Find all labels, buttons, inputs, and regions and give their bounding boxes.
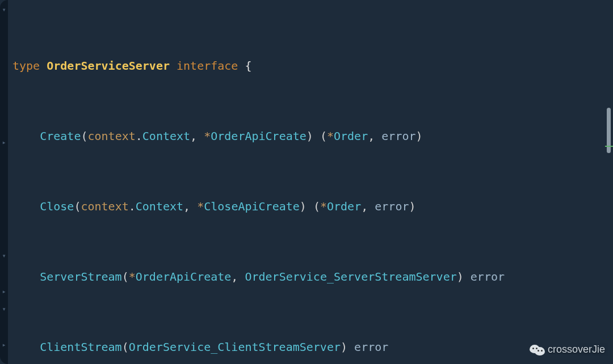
fold-marker-icon[interactable]: ▾ <box>1 306 7 312</box>
star: * <box>204 129 211 143</box>
code-line[interactable]: Create(context.Context, *OrderApiCreate)… <box>10 128 613 145</box>
star: * <box>320 200 327 213</box>
type: Context <box>142 129 190 143</box>
method: Close <box>40 200 74 213</box>
method: ClientStream <box>40 340 122 354</box>
type: error <box>354 340 388 354</box>
type: OrderApiCreate <box>136 270 232 283</box>
type-name: OrderServiceServer <box>47 59 170 73</box>
caret-overview-mark <box>605 146 613 147</box>
fold-marker-icon[interactable]: ▾ <box>1 253 7 259</box>
fold-marker-icon[interactable]: ▸ <box>1 289 7 294</box>
fold-marker-icon[interactable]: ▸ <box>1 342 7 348</box>
code-editor[interactable]: ▾ ▸ ▾ ▸ ▾ ▸ type OrderServiceServer inte… <box>0 0 613 364</box>
type: OrderService_ClientStreamServer <box>129 340 341 354</box>
watermark-text: crossoverJie <box>548 341 605 358</box>
type: error <box>375 200 409 213</box>
type: OrderApiCreate <box>211 129 306 143</box>
method: ServerStream <box>40 270 122 283</box>
type: CloseApiCreate <box>204 200 300 213</box>
code-line[interactable]: ClientStream(OrderService_ClientStreamSe… <box>10 338 613 356</box>
type: Order <box>334 129 368 143</box>
method: Create <box>40 129 81 143</box>
watermark: crossoverJie <box>530 341 605 358</box>
star: * <box>327 129 334 143</box>
package: context <box>81 200 128 213</box>
type: error <box>381 129 415 143</box>
code-line[interactable]: Close(context.Context, *CloseApiCreate) … <box>10 198 613 215</box>
fold-marker-icon[interactable]: ▸ <box>1 139 7 145</box>
type: Order <box>327 200 361 213</box>
keyword: interface <box>177 59 238 73</box>
star: * <box>197 200 204 213</box>
code-area[interactable]: type OrderServiceServer interface { Crea… <box>8 0 613 364</box>
code-line[interactable]: ServerStream(*OrderApiCreate, OrderServi… <box>10 268 613 286</box>
package: context <box>87 129 135 143</box>
type: Context <box>136 200 183 213</box>
star: * <box>129 270 136 283</box>
type: error <box>471 270 505 283</box>
code-line[interactable]: type OrderServiceServer interface { <box>10 57 613 75</box>
wechat-icon <box>530 344 544 356</box>
type: OrderService_ServerStreamServer <box>245 270 456 283</box>
brace: { <box>245 59 251 73</box>
fold-marker-icon[interactable]: ▾ <box>1 7 7 12</box>
keyword: type <box>12 59 40 73</box>
gutter: ▾ ▸ ▾ ▸ ▾ ▸ <box>0 0 8 364</box>
